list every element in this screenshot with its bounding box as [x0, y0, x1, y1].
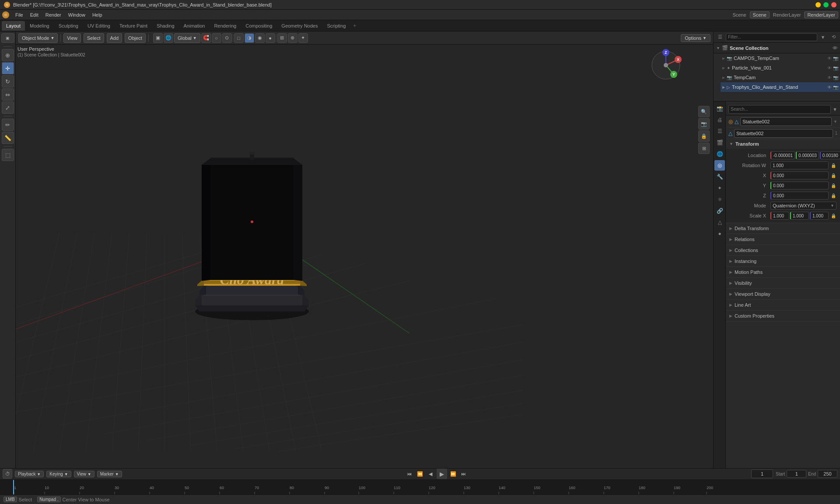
close-button[interactable]: [831, 2, 836, 7]
annotate-tool-button[interactable]: ✏: [2, 119, 14, 131]
view-layer-props-icon[interactable]: ☰: [714, 126, 725, 136]
camera-view-icon[interactable]: 📷: [698, 118, 710, 130]
scale-y-field[interactable]: 1.000: [790, 212, 809, 220]
particles-props-icon[interactable]: ✦: [714, 183, 725, 193]
outliner-item-campos[interactable]: ▶ 📷 CAMPOS_TempCam 👁 📷: [721, 53, 840, 63]
visibility-header[interactable]: ▶ Visibility: [726, 278, 840, 288]
timeline-type-icon[interactable]: ⏱: [3, 469, 12, 479]
props-filter-icon[interactable]: ▼: [833, 107, 837, 112]
transform-tool-button[interactable]: ⤢: [2, 102, 14, 114]
data-props-icon[interactable]: △: [714, 217, 725, 228]
particle-eye-icon[interactable]: 👁: [827, 66, 832, 70]
overlays-btn[interactable]: ⊞: [277, 33, 287, 43]
menu-edit[interactable]: Edit: [27, 11, 42, 18]
tab-geometry-nodes[interactable]: Geometry Nodes: [277, 21, 322, 31]
current-frame-display[interactable]: 1: [751, 469, 773, 478]
frame-all-icon[interactable]: ⊞: [698, 143, 710, 154]
maximize-button[interactable]: [823, 2, 829, 7]
physics-props-icon[interactable]: ⚛: [714, 194, 725, 205]
snap-magnet-icon[interactable]: 🧲: [201, 33, 211, 43]
zoom-in-icon[interactable]: 🔍: [698, 106, 710, 117]
menu-help[interactable]: Help: [89, 11, 105, 18]
object-menu[interactable]: Object: [125, 33, 146, 43]
outliner-sync-icon[interactable]: ⟲: [829, 32, 838, 42]
tab-compositing[interactable]: Compositing: [241, 21, 276, 31]
outliner-filter-icon[interactable]: ▼: [818, 32, 828, 42]
rotation-mode-dropdown[interactable]: Quaternion (WXYZ) ▼: [770, 202, 836, 210]
tab-uv-editing[interactable]: UV Editing: [83, 21, 115, 31]
world-props-icon[interactable]: 🌐: [714, 149, 725, 159]
tab-shading[interactable]: Shading: [152, 21, 178, 31]
instancing-header[interactable]: ▶ Instancing: [726, 256, 840, 266]
rotation-y-field[interactable]: 0.000: [770, 182, 829, 189]
xray-btn[interactable]: ✦: [298, 33, 308, 43]
play-button[interactable]: ▶: [437, 469, 447, 479]
jump-end-button[interactable]: ⏭: [459, 469, 468, 478]
marker-dropdown[interactable]: Marker ▼: [97, 471, 122, 477]
scale-z-field[interactable]: 1.000: [810, 212, 829, 220]
outliner-item-trophy[interactable]: ▶ ▷ Trophys_Clio_Award_in_Stand 👁 📷: [721, 82, 840, 92]
motion-paths-header[interactable]: ▶ Motion Paths: [726, 267, 840, 277]
trophy-eye-icon[interactable]: 👁: [827, 85, 832, 90]
rendered-shading-btn[interactable]: ●: [266, 33, 275, 43]
rotation-z-lock-icon[interactable]: 🔒: [830, 193, 836, 198]
trophy-render-icon[interactable]: 📷: [833, 85, 838, 90]
scene-props-icon[interactable]: 🎬: [714, 137, 725, 148]
output-props-icon[interactable]: 🖨: [714, 115, 725, 125]
tab-scripting[interactable]: Scripting: [322, 21, 350, 31]
scene-collection-header[interactable]: ▼ 🎬 Scene Collection 👁: [714, 43, 840, 53]
rotate-tool-button[interactable]: ↻: [2, 75, 14, 88]
line-art-header[interactable]: ▶ Line Art: [726, 300, 840, 310]
mesh-data-name-input[interactable]: [734, 129, 833, 138]
location-x-field[interactable]: -0.000001: [770, 151, 795, 159]
scale-tool-button[interactable]: ⇔: [2, 88, 14, 101]
viewport-type-icon[interactable]: ▣: [153, 33, 163, 43]
scale-lock-icon[interactable]: 🔒: [830, 214, 836, 218]
menu-render[interactable]: Render: [42, 11, 64, 18]
timeline-ruler[interactable]: 1 10 20 30 40 50 60 70 80 90 100 110 120: [0, 480, 840, 494]
global-local-icon[interactable]: 🌐: [164, 33, 173, 43]
render-props-icon[interactable]: 📸: [714, 103, 725, 114]
proportional-edit-icon[interactable]: ○: [212, 33, 221, 43]
add-workspace-button[interactable]: +: [350, 21, 359, 30]
viewport-canvas[interactable]: Clio Award: [16, 45, 713, 468]
global-dropdown[interactable]: Global ▼: [174, 33, 200, 43]
window-controls[interactable]: [816, 2, 836, 7]
tab-texture-paint[interactable]: Texture Paint: [115, 21, 152, 31]
location-y-field[interactable]: 0.000003: [796, 151, 819, 159]
viewport-display-header[interactable]: ▶ Viewport Display: [726, 289, 840, 299]
pivot-point-icon[interactable]: ⊙: [222, 33, 232, 43]
constraints-props-icon[interactable]: 🔗: [714, 206, 725, 216]
view-dropdown[interactable]: View ▼: [74, 471, 94, 477]
properties-search-input[interactable]: [728, 105, 831, 114]
timeline-playhead[interactable]: [13, 480, 14, 494]
view-menu[interactable]: View: [63, 33, 81, 43]
outliner-search-input[interactable]: [726, 33, 817, 41]
tab-animation[interactable]: Animation: [179, 21, 210, 31]
tab-sculpting[interactable]: Sculpting: [54, 21, 83, 31]
delta-transform-header[interactable]: ▶ Delta Transform: [726, 223, 840, 234]
outliner-item-tempcam[interactable]: ▶ 📷 TempCam 👁 📷: [721, 73, 840, 82]
material-shading-btn[interactable]: ◉: [255, 33, 265, 43]
tempcam-render-icon[interactable]: 📷: [833, 75, 838, 80]
rotation-x-lock-icon[interactable]: 🔒: [830, 173, 836, 178]
scale-x-field[interactable]: 1.000: [770, 212, 789, 220]
cursor-tool-button[interactable]: ⊕: [2, 49, 14, 61]
menu-window[interactable]: Window: [65, 11, 88, 18]
campos-render-icon[interactable]: 📷: [833, 56, 838, 61]
rotation-w-lock-icon[interactable]: 🔒: [830, 163, 836, 168]
particle-render-icon[interactable]: 📷: [833, 66, 838, 70]
relations-header[interactable]: ▶ Relations: [726, 234, 840, 245]
rotation-y-lock-icon[interactable]: 🔒: [830, 183, 836, 188]
solid-shading-btn[interactable]: ◑: [245, 33, 254, 43]
play-reverse-button[interactable]: ◀: [426, 469, 435, 478]
select-menu[interactable]: Select: [84, 33, 104, 43]
object-props-icon[interactable]: ◎: [714, 160, 725, 171]
outliner-item-particle[interactable]: ▶ ✦ Particle_View_001 👁 📷: [721, 63, 840, 73]
object-mode-dropdown[interactable]: Object Mode ▼: [18, 33, 58, 43]
collections-header[interactable]: ▶ Collections: [726, 245, 840, 256]
jump-next-button[interactable]: ⏩: [449, 469, 458, 478]
tab-layout[interactable]: Layout: [2, 21, 25, 31]
lock-camera-icon[interactable]: 🔒: [698, 130, 710, 142]
tab-rendering[interactable]: Rendering: [210, 21, 241, 31]
